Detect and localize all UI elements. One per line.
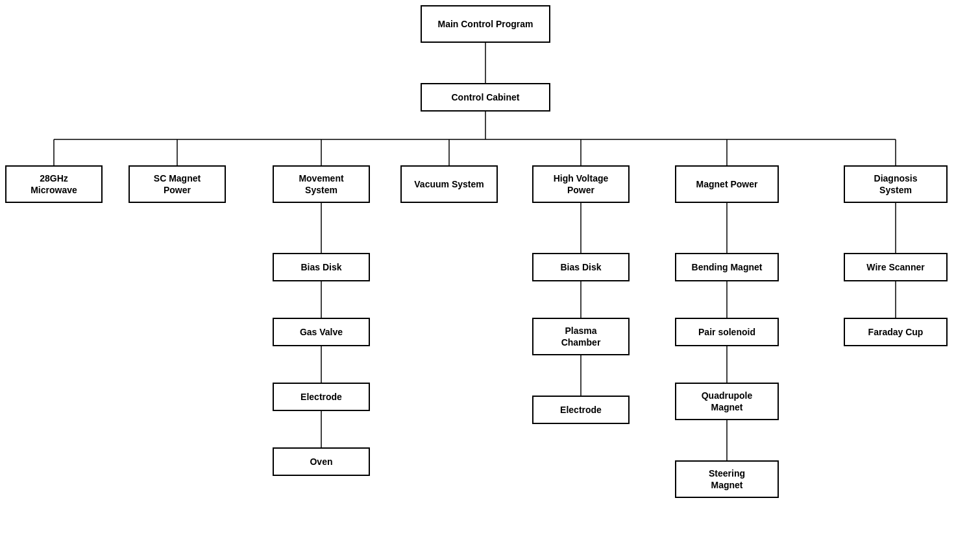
gas-valve: Gas Valve xyxy=(273,318,370,346)
hv-power: High VoltagePower xyxy=(532,165,630,203)
bias-disk-hv: Bias Disk xyxy=(532,253,630,281)
connector-lines xyxy=(0,0,980,533)
microwave: 28GHzMicrowave xyxy=(5,165,103,203)
diagnosis-system: DiagnosisSystem xyxy=(844,165,948,203)
wire-scanner: Wire Scanner xyxy=(844,253,948,281)
diagram: Main Control Program Control Cabinet 28G… xyxy=(0,0,980,533)
magnet-power: Magnet Power xyxy=(675,165,779,203)
control-cabinet: Control Cabinet xyxy=(421,83,550,112)
sc-magnet-power: SC MagnetPower xyxy=(129,165,226,203)
steering-magnet: SteeringMagnet xyxy=(675,460,779,498)
electrode-mv: Electrode xyxy=(273,383,370,411)
plasma-chamber: PlasmaChamber xyxy=(532,318,630,355)
oven: Oven xyxy=(273,447,370,476)
electrode-hv: Electrode xyxy=(532,396,630,424)
bias-disk-mv: Bias Disk xyxy=(273,253,370,281)
quadrupole-magnet: QuadrupoleMagnet xyxy=(675,383,779,420)
faraday-cup: Faraday Cup xyxy=(844,318,948,346)
bending-magnet: Bending Magnet xyxy=(675,253,779,281)
vacuum-system: Vacuum System xyxy=(400,165,498,203)
pair-solenoid: Pair solenoid xyxy=(675,318,779,346)
main-control-program: Main Control Program xyxy=(421,5,550,43)
movement-system: MovementSystem xyxy=(273,165,370,203)
